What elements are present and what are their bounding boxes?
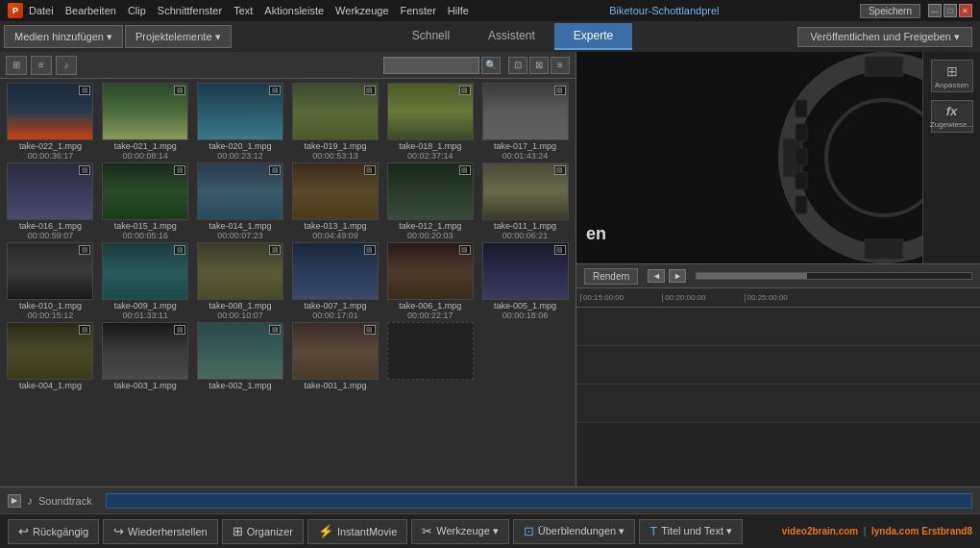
film-icon: ▤ (269, 86, 281, 95)
film-icon: ▤ (554, 245, 566, 255)
publish-button[interactable]: Veröffentlichen und Freigeben ▾ (797, 27, 972, 47)
maximize-button[interactable]: □ (943, 4, 957, 17)
close-button[interactable]: ✕ (959, 4, 972, 17)
tools-button[interactable]: ✂ Werkzeuge ▾ (411, 519, 509, 544)
instant-movie-button[interactable]: ⚡ InstantMovie (307, 519, 407, 544)
title-bar: P Datei Bearbeiten Clip Schnittfenster T… (0, 0, 980, 21)
transitions-label: Überblendungen ▾ (538, 525, 625, 537)
menu-clip[interactable]: Clip (128, 5, 146, 16)
media-thumbnail: ▤ (197, 242, 283, 300)
titles-icon: T (649, 524, 657, 538)
media-item-name: take-005_1.mpg (482, 301, 569, 311)
add-media-button[interactable]: Medien hinzufügen ▾ (4, 25, 123, 48)
media-item[interactable]: ▤take-004_1.mpg (4, 322, 97, 390)
media-item[interactable]: ▤take-010_1.mpg00:00:15:12 (4, 242, 97, 320)
save-button[interactable]: Speichern (860, 4, 920, 18)
media-item[interactable]: ▤take-013_1.mpg00:04:49:09 (289, 162, 382, 240)
render-back-button[interactable]: ◄ (648, 269, 665, 283)
media-item[interactable]: ▤take-014_1.mpg00:00:07:23 (194, 162, 287, 240)
menu-bearbeiten[interactable]: Bearbeiten (65, 5, 116, 16)
audio-button[interactable]: ♪ (56, 56, 77, 75)
render-progress-fill (697, 273, 806, 279)
film-icon: ▤ (79, 325, 90, 335)
render-button[interactable]: Rendern (584, 268, 638, 285)
menu-bar: Datei Bearbeiten Clip Schnittfenster Tex… (29, 5, 469, 16)
media-thumbnail: ▤ (7, 242, 93, 300)
media-item[interactable]: ▤take-001_1.mpg (289, 322, 382, 390)
media-item[interactable]: ▤take-012_1.mpg00:00:20:03 (383, 162, 477, 240)
tab-schnell[interactable]: Schnell (393, 23, 469, 50)
media-item[interactable]: ▤take-007_1.mpg00:00:17:01 (289, 242, 382, 320)
search-button[interactable]: 🔍 (481, 57, 501, 74)
media-item[interactable]: ▤take-016_1.mpg00:00:59:07 (4, 162, 97, 240)
film-icon: ▤ (79, 86, 90, 95)
menu-schnittfenster[interactable]: Schnittfenster (158, 5, 222, 16)
menu-datei[interactable]: Datei (29, 5, 54, 16)
media-item[interactable]: ▤take-015_1.mpg00:00:05:16 (99, 162, 192, 240)
organizer-label: Organizer (247, 526, 293, 537)
media-item[interactable]: ▤take-020_1.mpg00:00:23:12 (194, 83, 287, 161)
media-item[interactable]: ▤take-008_1.mpg00:00:10:07 (194, 242, 287, 320)
organizer-button[interactable]: ⊞ Organizer (222, 519, 304, 544)
minimize-button[interactable]: — (928, 4, 942, 17)
app-logo: P (8, 3, 23, 18)
media-item[interactable]: ▤take-002_1.mpg (194, 322, 287, 390)
titles-button[interactable]: T Titel und Text ▾ (639, 519, 743, 544)
soundtrack-expand-button[interactable]: ▶ (8, 494, 21, 508)
menu-button[interactable]: ≡ (551, 57, 570, 74)
import-button[interactable]: ⊡ (508, 57, 527, 74)
media-thumbnail: ▤ (387, 83, 474, 140)
search-area: 🔍 (383, 57, 501, 74)
search-input[interactable] (383, 57, 479, 74)
media-item-name: take-006_1.mpg (387, 301, 474, 311)
organizer-icon: ⊞ (233, 524, 243, 538)
render-forward-button[interactable]: ► (669, 269, 686, 283)
media-item[interactable]: ▤take-009_1.mpg00:01:33:11 (99, 242, 192, 320)
media-item[interactable]: ▤take-005_1.mpg00:00:18:06 (478, 242, 572, 320)
view-grid-button[interactable]: ⊞ (6, 56, 27, 75)
transitions-button[interactable]: ⊡ Überblendungen ▾ (513, 519, 635, 544)
media-item[interactable]: ▤take-003_1.mpg (99, 322, 192, 390)
media-thumbnail: ▤ (7, 322, 93, 380)
menu-hilfe[interactable]: Hilfe (448, 5, 469, 16)
media-item-name: take-004_1.mpg (7, 381, 93, 390)
media-thumbnail: ▤ (197, 162, 283, 220)
delete-button[interactable]: ⊠ (529, 57, 549, 74)
adjust-icon: ⊞ (946, 63, 958, 79)
brand-logo: video2brain.com | lynda.com Erstbrand8 (782, 526, 972, 536)
project-elements-button[interactable]: Projektelemente ▾ (125, 25, 232, 48)
media-item[interactable]: ▤take-017_1.mpg00:01:43:24 (478, 83, 572, 161)
adjust-tool-button[interactable]: ⊞ Anpassen (931, 60, 973, 92)
media-thumbnail: ▤ (197, 322, 283, 380)
adjust-label: Anpassen (935, 81, 969, 89)
tab-assistent[interactable]: Assistent (469, 23, 554, 50)
svg-rect-10 (796, 196, 807, 213)
tools-label: Werkzeuge ▾ (436, 525, 499, 537)
tab-experte[interactable]: Experte (554, 23, 632, 50)
media-item-duration: 00:02:37:14 (407, 151, 453, 161)
media-item[interactable]: ▤take-018_1.mpg00:02:37:14 (383, 83, 477, 161)
media-item-duration: 00:00:17:01 (312, 311, 358, 320)
title-bar-right: Speichern — □ ✕ (860, 4, 972, 18)
redo-button[interactable]: ↪ Wiederherstellen (103, 519, 218, 544)
media-item[interactable]: ▤take-006_1.mpg00:00:22:17 (383, 242, 477, 320)
media-item-duration: 00:00:07:23 (217, 231, 263, 240)
media-item-name: take-022_1.mpg (7, 141, 93, 151)
menu-text[interactable]: Text (233, 5, 253, 16)
media-item-name: take-015_1.mpg (102, 221, 188, 231)
timeline-track-1 (576, 308, 980, 346)
menu-werkzeuge[interactable]: Werkzeuge (335, 5, 388, 16)
media-item[interactable]: ▤take-019_1.mpg00:00:53:13 (289, 83, 382, 161)
media-item[interactable]: ▤take-022_1.mpg00:00:36:17 (4, 83, 97, 161)
menu-fenster[interactable]: Fenster (401, 5, 436, 16)
film-icon: ▤ (269, 325, 281, 335)
media-item[interactable]: ▤take-011_1.mpg00:00:06:21 (478, 162, 572, 240)
media-item[interactable]: ▤take-021_1.mpg00:00:08:14 (99, 83, 192, 161)
film-icon: ▤ (459, 245, 471, 255)
menu-aktionsleiste[interactable]: Aktionsleiste (264, 5, 324, 16)
fx-tool-button[interactable]: fx Zugewiese... (931, 100, 973, 133)
view-list-button[interactable]: ≡ (31, 56, 52, 75)
film-icon: ▤ (364, 86, 376, 95)
transitions-icon: ⊡ (524, 524, 534, 538)
undo-button[interactable]: ↩ Rückgängig (8, 519, 99, 544)
